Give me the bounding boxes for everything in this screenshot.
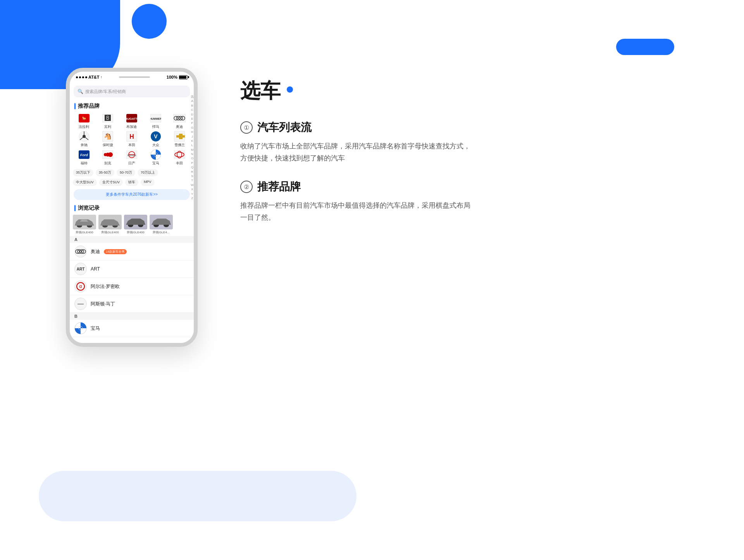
car-img-2 xyxy=(98,215,122,229)
history-grid: 奔驰GLE400 奔驰GLE400 xyxy=(70,213,194,236)
bugatti-name: 布加迪 xyxy=(126,124,137,129)
audi-name: 奥迪 xyxy=(176,124,183,129)
alpha-b[interactable]: B xyxy=(191,104,193,108)
nissan-logo: NISSAN xyxy=(125,149,139,160)
aston-list-logo: — xyxy=(74,298,87,310)
audi-list-logo xyxy=(74,245,87,258)
more-cars-button[interactable]: 更多条件学车共2076款新车>> xyxy=(74,189,190,200)
alpha-a[interactable]: A xyxy=(191,99,193,103)
brand-list-item-audi[interactable]: 奥迪 15款新车在售 xyxy=(70,243,194,260)
alpha-z[interactable]: Z xyxy=(191,196,193,200)
alpha-h[interactable]: H xyxy=(191,130,193,134)
bugatti-logo: BUGATTI xyxy=(125,113,139,124)
history-item-4[interactable]: 奔驰GLE4... xyxy=(150,215,173,234)
price-filter-70-above[interactable]: 70万以上 xyxy=(138,169,158,176)
brand-item-bmw[interactable]: 宝马 xyxy=(145,149,167,166)
alpha-j[interactable]: J xyxy=(191,135,193,139)
history-car-1-name: 奔驰GLE400 xyxy=(76,230,93,234)
alpha-d[interactable]: D xyxy=(191,113,193,117)
search-bar[interactable]: 🔍 搜索品牌/车系/经销商 xyxy=(74,86,190,97)
brand-item-honda[interactable]: H 本田 xyxy=(121,131,143,148)
svg-text:α: α xyxy=(79,284,82,289)
status-right: 100% xyxy=(167,75,188,79)
svg-text:🐎: 🐎 xyxy=(82,116,87,121)
brand-item-ferrari[interactable]: 🐎 法拉利 xyxy=(73,113,95,129)
feature-title-2: 推荐品牌 xyxy=(257,179,301,194)
signal-dot-3 xyxy=(82,76,84,78)
brand-list-item-alfa[interactable]: α 阿尔法·罗密欧 xyxy=(70,278,194,295)
alpha-p[interactable]: P xyxy=(191,161,193,165)
history-item-3[interactable]: 奔驰GLE400 xyxy=(124,215,147,234)
brand-item-vw[interactable]: V 大众 xyxy=(145,131,167,148)
price-filter-35-50[interactable]: 35-50万 xyxy=(96,169,114,176)
brand-item-bentley[interactable]: 🅱 宾利 xyxy=(97,113,119,129)
audi-list-name: 奥迪 xyxy=(91,248,100,255)
alpha-x[interactable]: X xyxy=(191,188,193,191)
price-filter-50-70[interactable]: 50-70万 xyxy=(117,169,135,176)
brand-list-item-art[interactable]: ART ART xyxy=(70,260,194,278)
brand-item-bugatti[interactable]: BUGATTI 布加迪 xyxy=(121,113,143,129)
svg-text:H: H xyxy=(129,133,134,140)
brand-item-hummer[interactable]: HUMMER 悍马 xyxy=(145,113,167,129)
honda-logo: H xyxy=(125,131,139,142)
alpha-k[interactable]: K xyxy=(191,139,193,143)
brand-item-porsche[interactable]: 🐴 保时捷 xyxy=(97,131,119,148)
nissan-name: 日产 xyxy=(128,161,135,166)
brand-item-audi[interactable]: 奥迪 xyxy=(168,113,191,129)
price-filter-row: 35万以下 35-50万 50-70万 70万以上 xyxy=(70,167,194,178)
brand-item-mercedes[interactable]: 奔驰 xyxy=(73,131,95,148)
status-bar: AT&T ↑ 100% xyxy=(70,72,194,83)
phone-content: 🔍 搜索品牌/车系/经销商 选 A B C D E F G H J K L M … xyxy=(70,83,194,343)
alpha-w[interactable]: W xyxy=(191,183,194,187)
alpha-o[interactable]: O xyxy=(191,157,193,160)
type-sedan[interactable]: 轿车 xyxy=(125,179,138,186)
bmw-list-logo xyxy=(74,322,87,334)
alpha-f[interactable]: F xyxy=(191,121,193,125)
brand-item-nissan[interactable]: NISSAN 日产 xyxy=(121,149,143,166)
svg-rect-38 xyxy=(174,150,185,159)
price-filter-35-below[interactable]: 35万以下 xyxy=(73,169,93,176)
battery-icon xyxy=(179,75,188,79)
alpha-g[interactable]: G xyxy=(191,126,193,130)
alpha-r[interactable]: R xyxy=(191,170,193,174)
art-list-logo: ART xyxy=(74,263,87,275)
page-title: 选车 xyxy=(240,78,473,105)
title-dot xyxy=(287,86,293,93)
alpha-q[interactable]: Q xyxy=(191,165,193,169)
alpha-l[interactable]: L xyxy=(191,143,193,147)
alfa-list-logo: α xyxy=(74,280,87,293)
alpha-s[interactable]: S xyxy=(191,174,193,178)
alpha-c[interactable]: C xyxy=(191,108,193,112)
alpha-xuan[interactable]: 选 xyxy=(191,95,194,99)
alpha-t[interactable]: T xyxy=(191,179,193,183)
toyota-name: 丰田 xyxy=(176,161,183,166)
alpha-y[interactable]: Y xyxy=(191,192,193,196)
svg-text:BUGATTI: BUGATTI xyxy=(126,117,137,121)
type-full-suv[interactable]: 全尺寸SUV xyxy=(99,179,123,186)
buick-logo xyxy=(101,149,115,160)
type-mid-suv[interactable]: 中大型SUV xyxy=(73,179,97,186)
phone-mockup: AT&T ↑ 100% 🔍 搜索品牌/车系/经销商 选 A B xyxy=(66,68,198,347)
recommended-brands-header: 推荐品牌 xyxy=(70,100,194,111)
alpha-e[interactable]: E xyxy=(191,117,193,121)
brand-list-item-aston[interactable]: — 阿斯顿·马丁 xyxy=(70,295,194,313)
signal-dot-4 xyxy=(85,76,87,78)
alpha-n[interactable]: N xyxy=(191,152,193,156)
feature-header-2: ② 推荐品牌 xyxy=(240,179,473,194)
bmw-logo xyxy=(149,149,163,160)
history-item-2[interactable]: 奔驰GLE400 xyxy=(98,215,122,234)
hummer-name: 悍马 xyxy=(152,124,159,129)
brand-item-ford[interactable]: Ford 福特 xyxy=(73,149,95,166)
alpha-m[interactable]: M xyxy=(191,148,194,152)
bmw-list-name: 宝马 xyxy=(91,325,100,332)
section-bar-2 xyxy=(74,205,76,211)
brand-item-toyota[interactable]: 丰田 xyxy=(168,149,191,166)
history-item-1[interactable]: 奔驰GLE400 xyxy=(73,215,96,234)
svg-text:🅱: 🅱 xyxy=(105,115,111,121)
browse-history-title: 浏览记录 xyxy=(78,205,100,212)
brand-item-chevrolet[interactable]: 雪佛兰 xyxy=(168,131,191,148)
brand-item-buick[interactable]: 别克 xyxy=(97,149,119,166)
vw-name: 大众 xyxy=(152,143,159,148)
type-mpv[interactable]: MPV xyxy=(141,179,155,186)
brand-list-item-bmw[interactable]: 宝马 xyxy=(70,320,194,337)
